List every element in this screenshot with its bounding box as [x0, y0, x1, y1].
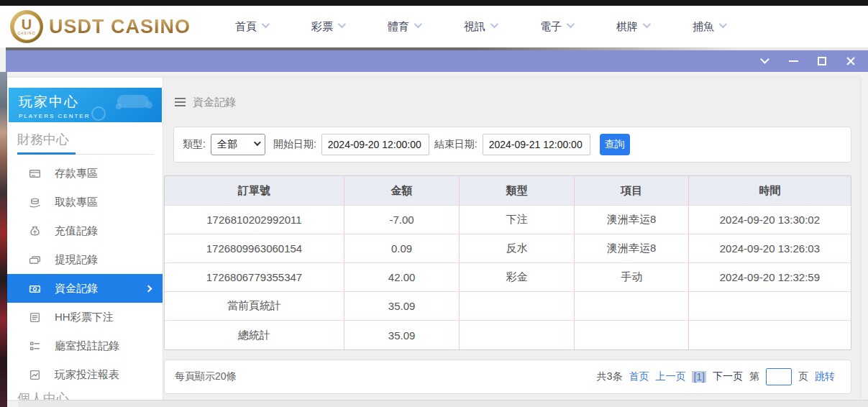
sidebar-section-title: 財務中心 [17, 131, 69, 148]
search-button[interactable]: 查詢 [600, 134, 630, 155]
sidebar-item-label: 充值記錄 [55, 224, 98, 238]
cell-type: 下注 [460, 206, 575, 234]
cell-label: 當前頁統計 [165, 292, 344, 321]
bottom-page-strip [18, 400, 868, 407]
nav-label: 體育 [388, 20, 409, 34]
start-date-label: 開始日期: [273, 138, 316, 151]
sidebar-item-recharge-records[interactable]: 充值記錄 [7, 216, 163, 245]
cell-item: 澳洲幸运8 [575, 234, 688, 263]
type-select[interactable]: 全部 [211, 134, 265, 155]
nav-item-slots[interactable]: 電子 [540, 20, 572, 34]
withdraw-hand-icon [29, 196, 41, 209]
sidebar-item-withdrawal-records[interactable]: 提現記錄 [7, 245, 163, 274]
nav-label: 視訊 [464, 20, 485, 34]
funds-icon [29, 283, 41, 295]
report-chart-icon [29, 369, 41, 381]
nav-item-video[interactable]: 視訊 [464, 20, 496, 34]
content-area: 資金記錄 類型: 全部 開始日期: 結束日期: 查詢 訂單號 金額 [163, 78, 860, 400]
end-date-input[interactable] [483, 134, 590, 155]
sidebar-item-player-bet-report[interactable]: 玩家投注報表 [7, 360, 163, 389]
nav-item-fishing[interactable]: 捕魚 [693, 20, 725, 34]
cell-type: 反水 [460, 234, 575, 263]
menu-toggle-icon[interactable] [175, 98, 186, 106]
sidebar-item-room-bet-records[interactable]: 廳室投註記錄 [7, 331, 163, 360]
jump-prefix-label: 第 [749, 370, 759, 383]
total-count: 共3条 [597, 370, 623, 383]
nav-label: 電子 [540, 20, 562, 34]
section-divider-accent [17, 152, 76, 155]
current-page-indicator: [1] [692, 371, 706, 383]
close-icon [846, 56, 856, 66]
sidebar-item-label: 提現記錄 [55, 253, 98, 267]
list-icon [29, 311, 41, 324]
window-minimize-button[interactable] [787, 56, 799, 66]
cell-empty [460, 292, 575, 321]
cell-time: 2024-09-20 13:26:03 [689, 234, 851, 263]
chevron-down-icon [338, 20, 346, 28]
screen: U CASINO USDT CASINO 首頁 彩票 體育 視訊 電子 [0, 0, 868, 407]
chevron-down-icon [760, 55, 769, 64]
col-header-type: 類型 [460, 176, 575, 206]
chevron-right-icon [145, 285, 152, 292]
gamepad-icon [113, 91, 155, 115]
sidebar-header: 玩家中心 PLAYERS CENTER [9, 88, 162, 122]
sidebar-item-funds-records[interactable]: 資金記錄 [7, 274, 163, 303]
sidebar-item-label: 廳室投註記錄 [55, 339, 119, 353]
logo-sub-text: CASINO [17, 31, 35, 35]
filter-bar: 類型: 全部 開始日期: 結束日期: 查詢 [173, 127, 851, 163]
sidebar-item-withdraw-zone[interactable]: 取款專區 [7, 188, 163, 216]
nav-item-home[interactable]: 首頁 [235, 20, 268, 34]
nav-label: 捕魚 [693, 20, 714, 34]
start-date-input[interactable] [321, 134, 429, 155]
table-row: 1726806779355347 42.00 彩金 手动 2024-09-20 … [165, 263, 851, 292]
type-label: 類型: [183, 138, 206, 151]
first-page-link[interactable]: 首页 [629, 370, 649, 383]
sidebar: 玩家中心 PLAYERS CENTER 財務中心 存款專區 [7, 78, 163, 400]
jump-button[interactable]: 跳转 [815, 370, 835, 383]
sidebar-item-hh-lottery-bets[interactable]: HH彩票下注 [7, 303, 163, 331]
next-page-link[interactable]: 下一页 [713, 370, 743, 383]
nav-label: 首頁 [235, 20, 257, 34]
sidebar-item-label: 存款專區 [55, 167, 98, 180]
col-header-item: 項目 [575, 176, 688, 206]
jump-suffix-label: 页 [798, 370, 808, 383]
chevron-down-icon [262, 20, 270, 28]
deposit-card-icon [29, 168, 41, 180]
chevron-down-icon [643, 20, 651, 28]
cell-amount: 35.09 [344, 292, 460, 321]
nav-item-lottery[interactable]: 彩票 [311, 20, 344, 34]
table-row-page-total: 當前頁統計 35.09 [165, 292, 851, 321]
page-jump-input[interactable] [766, 368, 792, 385]
player-center-window: 玩家中心 PLAYERS CENTER 財務中心 存款專區 [7, 78, 860, 400]
table-header-row: 訂單號 金額 類型 項目 時間 [165, 176, 851, 206]
window-close-button[interactable] [845, 56, 856, 66]
chevron-down-icon [490, 20, 498, 28]
window-maximize-button[interactable] [816, 56, 828, 66]
col-header-amount: 金額 [344, 176, 460, 206]
prev-page-link[interactable]: 上一页 [655, 370, 685, 383]
site-header: U CASINO USDT CASINO 首頁 彩票 體育 視訊 電子 [0, 6, 868, 47]
logo-ball-icon: U CASINO [10, 10, 43, 43]
table-row: 1726810202992011 -7.00 下注 澳洲幸运8 2024-09-… [165, 206, 851, 234]
chevron-down-icon [254, 139, 261, 146]
ball-watermark-icon [91, 106, 106, 121]
main-nav: 首頁 彩票 體育 視訊 電子 棋牌 捕魚 [235, 20, 725, 34]
nav-item-boardgames[interactable]: 棋牌 [616, 20, 649, 34]
col-header-order-no: 訂單號 [165, 176, 344, 206]
window-titlebar [6, 50, 868, 72]
logo-letter: U [22, 18, 32, 31]
cell-amount: -7.00 [344, 206, 460, 234]
brand-logo[interactable]: U CASINO USDT CASINO [10, 10, 191, 43]
sidebar-item-label: 玩家投注報表 [55, 368, 119, 382]
sidebar-item-deposit-zone[interactable]: 存款專區 [7, 159, 163, 188]
chevron-down-icon [414, 20, 422, 28]
sidebar-section-personal-center: 個人中心 [17, 390, 69, 400]
pagination-bar: 每頁顯示20條 共3条 首页 上一页 [1] 下一页 第 页 跳转 [164, 360, 851, 394]
cell-order-no: 1726806779355347 [165, 263, 344, 292]
col-header-time: 時間 [689, 176, 851, 206]
cell-order-no: 1726809963060154 [165, 234, 344, 263]
nav-item-sports[interactable]: 體育 [388, 20, 420, 34]
cell-empty [689, 321, 851, 349]
maximize-icon [818, 57, 826, 65]
window-collapse-button[interactable] [759, 56, 770, 66]
